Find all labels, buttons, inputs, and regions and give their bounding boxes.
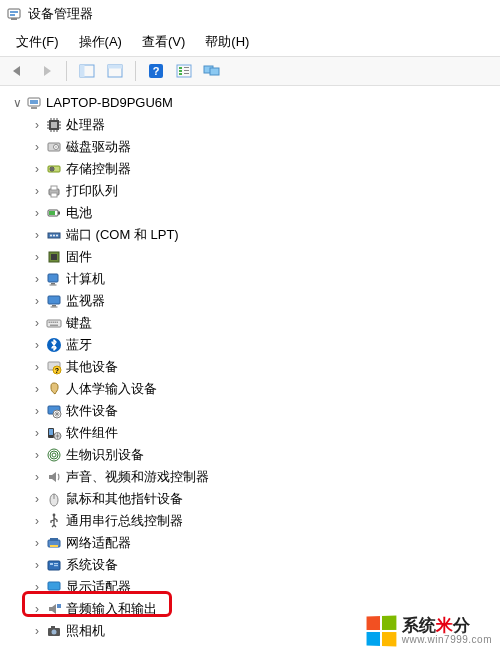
expander-icon[interactable]: ›	[30, 136, 44, 158]
menu-view[interactable]: 查看(V)	[132, 30, 195, 54]
forward-button[interactable]	[34, 60, 58, 82]
tree-node-label: 显示适配器	[66, 576, 131, 598]
tree-node-software[interactable]: ›软件设备	[4, 400, 500, 422]
svg-rect-41	[51, 254, 57, 260]
tree-node-label: 蓝牙	[66, 334, 92, 356]
camera-icon	[46, 623, 62, 639]
tree-node-firmware[interactable]: ›固件	[4, 246, 500, 268]
tree-node-printer[interactable]: ›打印队列	[4, 180, 500, 202]
svg-rect-46	[52, 305, 56, 307]
svg-point-66	[52, 453, 56, 457]
tree-node-label: 打印队列	[66, 180, 118, 202]
tree-node-label: 其他设备	[66, 356, 118, 378]
back-button[interactable]	[6, 60, 30, 82]
expander-icon[interactable]: ›	[30, 532, 44, 554]
tree-node-mouse[interactable]: ›鼠标和其他指针设备	[4, 488, 500, 510]
expander-icon[interactable]: ›	[30, 114, 44, 136]
expander-icon[interactable]: ›	[30, 422, 44, 444]
svg-rect-50	[51, 322, 53, 324]
expander-icon[interactable]: ›	[30, 620, 44, 642]
toolbar: ?	[0, 57, 500, 86]
svg-rect-54	[50, 325, 58, 327]
expander-icon[interactable]: ›	[30, 576, 44, 598]
tree-node-keyboard[interactable]: ›键盘	[4, 312, 500, 334]
battery-icon	[46, 205, 62, 221]
cpu-icon	[46, 117, 62, 133]
expander-icon[interactable]: ›	[30, 356, 44, 378]
menu-action[interactable]: 操作(A)	[69, 30, 132, 54]
svg-point-69	[53, 514, 56, 517]
tree-node-label: 固件	[66, 246, 92, 268]
help-button[interactable]: ?	[144, 60, 168, 82]
storage-icon	[46, 161, 62, 177]
tree-node-storage[interactable]: ›存储控制器	[4, 158, 500, 180]
svg-rect-43	[51, 283, 55, 285]
toolbar-separator	[135, 61, 136, 81]
svg-rect-18	[210, 68, 219, 75]
bluetooth-icon	[46, 337, 62, 353]
tree-root[interactable]: ∨LAPTOP-BD9PGU6M	[4, 92, 500, 114]
svg-rect-49	[49, 322, 51, 324]
tree-node-software-comp[interactable]: ›软件组件	[4, 422, 500, 444]
biometric-icon	[46, 447, 62, 463]
icons-view-button[interactable]	[75, 60, 99, 82]
expander-icon[interactable]: ›	[30, 378, 44, 400]
svg-rect-15	[184, 70, 189, 71]
monitors-button[interactable]	[200, 60, 224, 82]
svg-rect-47	[51, 307, 58, 308]
expander-icon[interactable]: ›	[30, 466, 44, 488]
expander-icon[interactable]: ›	[30, 312, 44, 334]
tree-node-label: 人体学输入设备	[66, 378, 157, 400]
sound-icon	[46, 469, 62, 485]
expander-icon[interactable]: ›	[30, 158, 44, 180]
expander-icon[interactable]: ›	[30, 268, 44, 290]
tree-node-label: 声音、视频和游戏控制器	[66, 466, 209, 488]
tree-node-audio-io[interactable]: ›音频输入和输出	[4, 598, 500, 620]
list-view-button[interactable]	[172, 60, 196, 82]
tree-node-label: 生物识别设备	[66, 444, 144, 466]
expander-icon[interactable]: ∨	[10, 92, 24, 114]
svg-rect-0	[8, 9, 20, 18]
expander-icon[interactable]: ›	[30, 554, 44, 576]
tree-node-usb[interactable]: ›通用串行总线控制器	[4, 510, 500, 532]
expander-icon[interactable]: ›	[30, 290, 44, 312]
svg-rect-23	[51, 122, 57, 128]
expander-icon[interactable]: ›	[30, 224, 44, 246]
tree-node-label: 鼠标和其他指针设备	[66, 488, 183, 510]
expander-icon[interactable]: ›	[30, 444, 44, 466]
tree-node-bluetooth[interactable]: ›蓝牙	[4, 334, 500, 356]
expander-icon[interactable]: ›	[30, 246, 44, 268]
menu-file[interactable]: 文件(F)	[6, 30, 69, 54]
tree-node-label: 电池	[66, 202, 92, 224]
tree-node-sound[interactable]: ›声音、视频和游戏控制器	[4, 466, 500, 488]
svg-rect-35	[49, 211, 55, 215]
tree-node-display[interactable]: ›显示适配器	[4, 576, 500, 598]
svg-rect-31	[51, 186, 57, 190]
expander-icon[interactable]: ›	[30, 400, 44, 422]
tree-view-button[interactable]	[103, 60, 127, 82]
tree-node-disk[interactable]: ›磁盘驱动器	[4, 136, 500, 158]
svg-rect-71	[50, 545, 58, 547]
expander-icon[interactable]: ›	[30, 202, 44, 224]
tree-node-battery[interactable]: ›电池	[4, 202, 500, 224]
menu-help[interactable]: 帮助(H)	[195, 30, 259, 54]
tree-node-hid[interactable]: ›人体学输入设备	[4, 378, 500, 400]
device-tree[interactable]: ∨LAPTOP-BD9PGU6M›处理器›磁盘驱动器›存储控制器›打印队列›电池…	[0, 86, 500, 648]
tree-node-computer[interactable]: ›计算机	[4, 268, 500, 290]
svg-rect-3	[11, 18, 17, 20]
expander-icon[interactable]: ›	[30, 334, 44, 356]
tree-node-label: 通用串行总线控制器	[66, 510, 183, 532]
tree-node-other[interactable]: ›?其他设备	[4, 356, 500, 378]
hid-icon	[46, 381, 62, 397]
expander-icon[interactable]: ›	[30, 598, 44, 620]
expander-icon[interactable]: ›	[30, 488, 44, 510]
tree-node-system[interactable]: ›系统设备	[4, 554, 500, 576]
tree-node-port[interactable]: ›端口 (COM 和 LPT)	[4, 224, 500, 246]
tree-node-camera[interactable]: ›照相机	[4, 620, 500, 642]
expander-icon[interactable]: ›	[30, 180, 44, 202]
tree-node-biometric[interactable]: ›生物识别设备	[4, 444, 500, 466]
tree-node-cpu[interactable]: ›处理器	[4, 114, 500, 136]
tree-node-network[interactable]: ›网络适配器	[4, 532, 500, 554]
expander-icon[interactable]: ›	[30, 510, 44, 532]
tree-node-monitor[interactable]: ›监视器	[4, 290, 500, 312]
